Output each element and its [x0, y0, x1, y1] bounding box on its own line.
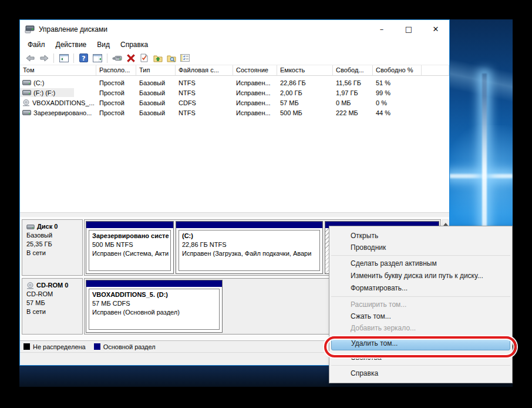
partition-system-reserved[interactable]: Зарезервировано систе 500 МБ NTFS Исправ…: [86, 221, 174, 274]
folder-search-icon[interactable]: [166, 53, 176, 63]
forward-icon[interactable]: [39, 53, 49, 63]
column-header[interactable]: Том: [20, 65, 96, 76]
menu-action[interactable]: Действие: [50, 39, 92, 50]
menu-item-help[interactable]: Справка: [329, 367, 512, 379]
console-tree-icon[interactable]: [59, 53, 69, 63]
cdrom-0-type: CD-ROM: [26, 290, 78, 299]
selected-volume-cell: (F:) (F:): [20, 88, 74, 97]
primary-partition-band: [86, 222, 173, 228]
menu-item-shrink-volume[interactable]: Сжать том...: [329, 310, 512, 322]
disk-0-size: 25,35 ГБ: [26, 240, 78, 249]
cdrom-0-info[interactable]: CD-ROM 0 CD-ROM 57 МБ В сети: [22, 278, 83, 335]
volume-list: Том Располо... Тип Файловая с... Состоян…: [20, 65, 449, 212]
drive-icon: [22, 110, 31, 115]
wallpaper-horizontal-beam: [450, 174, 513, 178]
title-bar[interactable]: Управление дисками – □ ✕: [20, 20, 449, 38]
folder-up-icon[interactable]: [153, 53, 163, 63]
menu-item-explorer[interactable]: Проводник: [329, 242, 512, 253]
help-icon[interactable]: ?: [79, 53, 89, 63]
drive-icon: [22, 80, 31, 85]
context-menu: Открыть Проводник Сделать раздел активны…: [329, 226, 513, 383]
cd-icon: [26, 282, 34, 289]
column-header[interactable]: Свободно %: [373, 65, 422, 76]
cdrom-0-status: В сети: [26, 307, 78, 316]
screenshot-canvas: { "window": { "title": "Управление диска…: [0, 0, 532, 408]
menu-separator: [331, 255, 510, 256]
menu-bar: Файл Действие Вид Справка: [20, 38, 449, 51]
device-icon[interactable]: [112, 53, 122, 63]
cd-icon: [22, 99, 30, 106]
back-icon[interactable]: [25, 53, 35, 63]
toolbar: ?: [20, 51, 449, 65]
menu-item-delete-volume[interactable]: Удалить том...: [331, 336, 510, 350]
delete-icon[interactable]: [126, 53, 136, 63]
pane-splitter[interactable]: [20, 212, 449, 217]
disk-0-info[interactable]: Диск 0 Базовый 25,35 ГБ В сети: [22, 219, 83, 276]
volume-row-c[interactable]: (C:) Простой Базовый NTFS Исправен... 22…: [20, 78, 449, 88]
disk-0-status: В сети: [26, 249, 78, 257]
volume-row-vbox[interactable]: VBOXADDITIONS_... Простой Базовый CDFS И…: [20, 98, 449, 108]
menu-file[interactable]: Файл: [22, 39, 50, 50]
disk-0-type: Базовый: [26, 231, 78, 240]
column-header[interactable]: Состояние: [233, 65, 277, 76]
menu-view[interactable]: Вид: [92, 39, 115, 50]
column-header-filler: [422, 65, 449, 76]
menu-item-extend-volume: Расширить том...: [329, 299, 512, 310]
maximize-button[interactable]: □: [395, 21, 422, 38]
menu-item-mark-active[interactable]: Сделать раздел активным: [329, 257, 512, 270]
close-button[interactable]: ✕: [422, 21, 449, 38]
window-title: Управление дисками: [39, 25, 107, 34]
primary-partition-band: [86, 280, 222, 287]
cdrom-0-size: 57 МБ: [26, 299, 78, 307]
column-header[interactable]: Файловая с...: [176, 65, 233, 76]
drive-icon: [22, 90, 31, 95]
volume-row-f[interactable]: (F:) (F:) Простой Базовый NTFS Исправен.…: [20, 88, 449, 98]
check-document-icon[interactable]: [139, 53, 149, 63]
menu-separator: [331, 365, 510, 366]
primary-partition-swatch: [94, 343, 100, 350]
menu-separator: [331, 296, 510, 297]
volume-row-reserved[interactable]: Зарезервировано... Простой Базовый NTFS …: [20, 108, 449, 118]
partition-d-vboxadditions[interactable]: VBOXADDITIONS_5. (D:) 57 МБ CDFS Исправе…: [86, 280, 223, 333]
wallpaper-vertical-beam: [482, 73, 487, 229]
unallocated-swatch: [23, 343, 30, 350]
column-header[interactable]: Располо...: [96, 65, 136, 76]
unallocated-label: Не распределена: [33, 343, 86, 350]
drive-icon: [26, 225, 35, 229]
menu-help[interactable]: Справка: [115, 39, 153, 50]
wallpaper-light-band: [450, 56, 513, 106]
column-header[interactable]: Тип: [136, 65, 176, 76]
primary-partition-band: [176, 222, 322, 228]
menu-item-add-mirror: Добавить зеркало...: [329, 322, 512, 334]
primary-partition-label: Основной раздел: [103, 343, 156, 350]
toolbar-separator: [53, 53, 54, 63]
menu-item-open[interactable]: Открыть: [329, 230, 512, 242]
column-header[interactable]: Емкость: [277, 65, 333, 76]
column-header[interactable]: Свобод...: [333, 65, 373, 76]
toolbar-separator: [107, 53, 107, 63]
partition-c[interactable]: (C:) 22,86 ГБ NTFS Исправен (Загрузка, Ф…: [176, 221, 323, 274]
toolbar-separator: [73, 53, 74, 63]
wallpaper-glow: [450, 125, 513, 237]
minimize-button[interactable]: –: [368, 21, 395, 38]
app-icon: [25, 25, 35, 34]
volume-list-header[interactable]: Том Располо... Тип Файловая с... Состоян…: [20, 65, 449, 76]
menu-item-change-letter[interactable]: Изменить букву диска или путь к диску...: [329, 270, 512, 282]
menu-item-properties[interactable]: Свойства: [329, 352, 512, 363]
svg-text:?: ?: [82, 55, 85, 62]
checklist-icon[interactable]: [180, 53, 190, 63]
action-pane-icon[interactable]: [92, 53, 102, 63]
menu-item-format[interactable]: Форматировать...: [329, 282, 512, 295]
